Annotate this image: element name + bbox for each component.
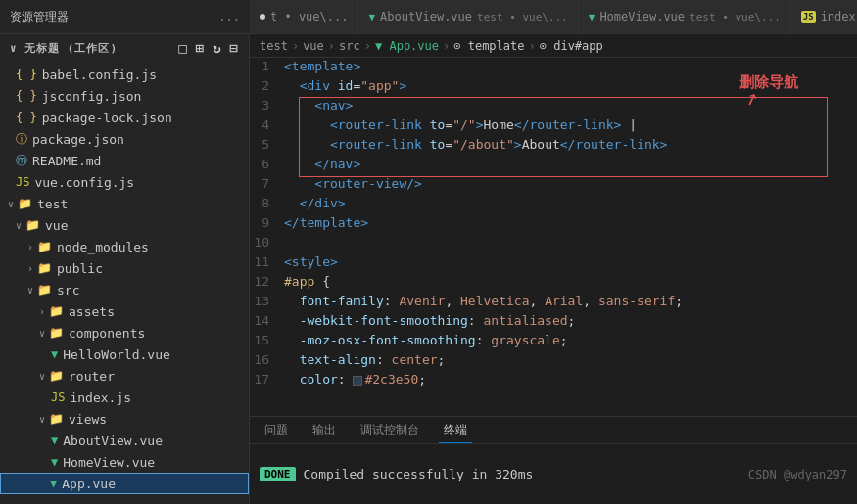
code-line-16: 16 text-align: center; [250,351,857,371]
tree-item-babel[interactable]: { } babel.config.js [0,64,249,85]
panel-tabs: 问题 输出 调试控制台 终端 [250,417,857,444]
folder-icon-6: 📁 [49,304,64,318]
tab-1[interactable]: t • vue\... [250,0,358,33]
code-line-7: 7 <router-view/> [250,175,857,195]
vue-file-icon-4: ▼ [50,477,57,490]
arrow-icon-3: › [27,242,33,252]
tree-item-router[interactable]: ∨ 📁 router [0,365,249,387]
sidebar-header: ∨ 无标题 (工作区) □ ⊞ ↻ ⊟ [0,34,249,62]
code-line-17: 17 color: #2c3e50; [250,371,857,390]
tab-indexjs[interactable]: JS index.js [791,0,857,33]
code-line-10: 10 [250,234,857,253]
tree-item-views[interactable]: ∨ 📁 views [0,408,249,430]
annotation-arrow-icon: ↙ [742,88,763,115]
tab-aboutview[interactable]: ▼ AboutView.vue test • vue\... [358,0,578,33]
code-line-8: 8 </div> [250,195,857,214]
annotation: 删除导航 ↙ [739,73,798,115]
tree-item-test[interactable]: ∨ 📁 test [0,193,249,214]
tree-item-components[interactable]: ∨ 📁 components [0,322,249,344]
sidebar: ∨ 无标题 (工作区) □ ⊞ ↻ ⊟ { } babel.config.js … [0,34,250,504]
js-file-icon: JS [16,175,29,189]
code-line-5: 5 <router-link to="/about">About</router… [250,136,857,156]
folder-icon-3: 📁 [37,240,52,253]
json-icon: { } [16,89,37,103]
main-content: ∨ 无标题 (工作区) □ ⊞ ↻ ⊟ { } babel.config.js … [0,34,857,504]
sidebar-icons: □ ⊞ ↻ ⊟ [178,40,239,56]
collapse-icon[interactable]: ⊟ [230,40,239,56]
new-folder-icon[interactable]: ⊞ [196,40,205,56]
code-line-11: 11 <style> [250,253,857,273]
tab-homeview[interactable]: ▼ HomeView.vue test • vue\... [579,0,791,33]
tree-item-assets[interactable]: › 📁 assets [0,300,249,322]
csdn-label: CSDN @wdyan297 [748,468,847,481]
code-line-13: 13 font-family: Avenir, Helvetica, Arial… [250,293,857,312]
file-tree: { } babel.config.js { } jsconfig.json { … [0,62,249,504]
vue-file-icon-2: ▼ [51,434,58,447]
tab-debug-console[interactable]: 调试控制台 [356,417,424,443]
tree-item-vue[interactable]: ∨ 📁 vue [0,214,249,236]
annotation-text: 删除导航 [739,73,798,92]
tree-item-router-index[interactable]: JS index.js [0,387,249,408]
folder-icon-8: 📁 [49,369,64,383]
tree-item-package-lock[interactable]: { } package-lock.json [0,107,249,128]
tab-output[interactable]: 输出 [308,417,341,443]
new-file-icon[interactable]: □ [178,40,187,56]
tree-item-helloworld[interactable]: ▼ HelloWorld.vue [0,344,249,365]
vue-file-icon: ▼ [51,347,58,361]
vue-icon: ▼ [368,11,375,23]
arrow-icon-7: ∨ [39,328,45,339]
code-line-12: 12 #app { [250,273,857,293]
folder-icon-9: 📁 [49,412,64,426]
code-line-6: 6 </nav> [250,156,857,175]
folder-icon-2: 📁 [25,218,40,232]
done-badge: DONE [260,467,296,481]
code-editor[interactable]: 删除导航 ↙ 1 <template> 2 <div id="app"> 3 [250,58,857,416]
tab-bar: t • vue\... ▼ AboutView.vue test • vue\.… [250,0,857,33]
tree-item-aboutview[interactable]: ▼ AboutView.vue [0,430,249,451]
babel-icon: { } [16,68,37,81]
tab-problems[interactable]: 问题 [260,417,293,443]
tree-item-appvue[interactable]: ▼ App.vue [0,473,249,494]
arrow-icon-8: ∨ [39,371,45,382]
tab-terminal[interactable]: 终端 [439,417,472,443]
terminal-message: Compiled successfully in 320ms [304,467,534,481]
folder-icon-4: 📁 [37,261,52,275]
tree-item-readme[interactable]: ⓜ README.md [0,150,249,171]
vue-file-icon-3: ▼ [51,455,58,469]
sidebar-header-title: 资源管理器 ... [0,9,250,25]
arrow-icon-9: ∨ [39,414,45,425]
code-line-15: 15 -moz-osx-font-smoothing: grayscale; [250,332,857,351]
refresh-icon[interactable]: ↻ [213,40,221,56]
tree-item-node-modules[interactable]: › 📁 node_modules [0,236,249,257]
tree-item-jsconfig[interactable]: { } jsconfig.json [0,85,249,107]
js-icon: JS [801,11,816,23]
title-bar: 资源管理器 ... t • vue\... ▼ AboutView.vue te… [0,0,857,34]
tree-item-vueconfig[interactable]: JS vue.config.js [0,171,249,193]
panel-content: DONE Compiled successfully in 320ms CSDN… [250,444,857,504]
bottom-panel: 问题 输出 调试控制台 终端 DONE Compiled successfull… [250,416,857,504]
folder-icon-5: 📁 [37,283,52,297]
breadcrumb: test › vue › src › ▼ App.vue › ⊙ templat… [250,34,857,58]
editor-area: test › vue › src › ▼ App.vue › ⊙ templat… [250,34,857,504]
folder-icon: 📁 [18,197,32,210]
code-line-4: 4 <router-link to="/">Home</router-link>… [250,116,857,136]
tree-item-src[interactable]: ∨ 📁 src [0,279,249,300]
workspace-label: ∨ 无标题 (工作区) [10,41,118,56]
tree-item-homeview[interactable]: ▼ HomeView.vue [0,451,249,473]
json-icon-2: { } [16,111,37,124]
arrow-icon-5: ∨ [27,285,33,296]
arrow-icon-6: › [39,306,45,317]
vue-icon-2: ▼ [589,11,595,23]
arrow-icon: ∨ [8,199,14,209]
tree-item-public[interactable]: › 📁 public [0,257,249,279]
tree-item-package[interactable]: ⓘ package.json [0,128,249,150]
color-swatch [353,376,362,386]
arrow-icon-2: ∨ [16,220,22,231]
readme-icon: ⓜ [16,153,27,169]
arrow-icon-4: › [27,263,33,274]
package-icon: ⓘ [16,131,27,148]
js-file-icon-2: JS [51,390,65,404]
code-line-9: 9 </template> [250,214,857,234]
tab-dot-icon [260,14,265,20]
code-line-14: 14 -webkit-font-smoothing: antialiased; [250,312,857,332]
